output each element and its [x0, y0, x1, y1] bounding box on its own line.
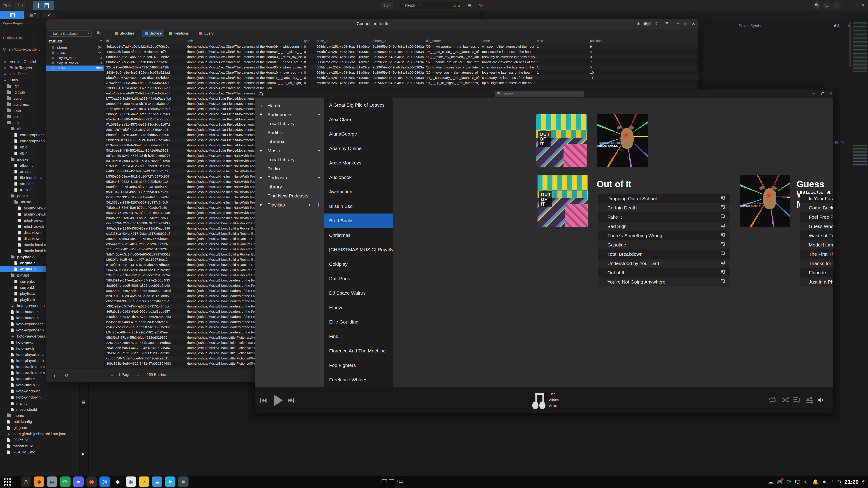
album-cover-out-of-it[interactable]: OUTOFIT: [537, 175, 588, 227]
tree-item-meson-build[interactable]: meson.build: [0, 443, 80, 449]
column-header-file_name[interactable]: file_name: [424, 38, 479, 44]
sidebar-item-library[interactable]: Library: [255, 182, 324, 191]
artist-item-dj-space-walrus[interactable]: DJ Space Walrus: [324, 286, 393, 300]
volume-tray-icon[interactable]: [822, 479, 828, 485]
search-input[interactable]: [495, 91, 584, 97]
tab-query[interactable]: Query: [196, 30, 216, 37]
bluetooth-icon[interactable]: ᛒ: [831, 479, 834, 484]
table-row[interactable]: 0ddf0b1b-c127-4bf7-ab06-7cd74902bed2'/ho…: [104, 54, 699, 59]
inkscape-app-icon[interactable]: ◆: [113, 477, 123, 487]
tab-structure[interactable]: Structure: [112, 30, 136, 37]
playlist-icon[interactable]: [793, 395, 802, 404]
track-item-in-your-face[interactable]: In Your Face: [800, 194, 833, 203]
artist-item-brad-sucks[interactable]: Brad Sucks: [324, 214, 393, 228]
artist-item-florence-and-the-machine[interactable]: Florence And The Machine: [324, 344, 393, 358]
hamburger-menu-icon[interactable]: ☰: [665, 22, 669, 26]
files-app-icon[interactable]: ≡: [178, 477, 188, 487]
tab-relations[interactable]: Relations: [166, 30, 191, 37]
track-item-understood-by-your-dad[interactable]: Understood by Your Dad: [598, 259, 730, 268]
tree-item-com-github-joshstrobl-koto-json[interactable]: ◈com.github.joshstrobl.koto.json: [0, 431, 80, 437]
add-to-playlist-icon[interactable]: [720, 195, 726, 202]
column-header-id[interactable]: id: [104, 38, 184, 44]
shuffle-icon[interactable]: [780, 395, 789, 404]
brightness-icon[interactable]: ☀: [637, 22, 640, 26]
add-to-playlist-icon[interactable]: [720, 204, 726, 211]
layout-toggle-button[interactable]: [33, 1, 54, 10]
table-row[interactable]: 44cb7a5b-ba88-4fa0-be25-cfe2c3e1cff5'/ho…: [104, 49, 699, 54]
track-item-fluoride[interactable]: Fluoride: [800, 268, 833, 277]
sidebar-item-librivox[interactable]: LibriVox: [255, 137, 324, 146]
tree-item--gitignore[interactable]: .gitignore: [0, 425, 80, 431]
track-item-bad-sign[interactable]: Bad Sign: [598, 222, 730, 231]
sidebar-item-local-library[interactable]: Local Library: [255, 155, 324, 164]
tree-item-koto-utils-h[interactable]: koto-utils.h: [0, 382, 80, 388]
tree-item-theme[interactable]: theme: [0, 413, 80, 419]
window-overflow[interactable]: +12: [381, 479, 403, 484]
maximize-button[interactable]: □: [684, 22, 687, 26]
table-row[interactable]: 4ef1ece1-c7ad-4c6d-b322-816bb0706c6c'/ho…: [104, 44, 699, 49]
add-to-playlist-icon[interactable]: [720, 251, 726, 258]
tab-browse[interactable]: Browse: [143, 30, 164, 37]
volume-icon[interactable]: [817, 396, 825, 404]
search-icon[interactable]: 🔍: [96, 31, 101, 35]
sidebar-toggle-button[interactable]: [0, 11, 24, 19]
sidebar-item-find-new-podcasts[interactable]: Find New Podcasts: [255, 191, 324, 200]
koto-titlebar[interactable]: 🔍 − ▢ ✕: [255, 90, 833, 98]
maximize-button[interactable]: □: [852, 3, 858, 7]
sidebar-item-audiobooks[interactable]: ♥Audiobooks▼: [255, 110, 324, 119]
artist-item-alunageorge[interactable]: AlunaGeorge: [324, 127, 393, 141]
add-to-playlist-icon[interactable]: [720, 232, 726, 239]
firefox-app-icon[interactable]: ◉: [86, 477, 97, 487]
power-icon[interactable]: ⏻: [837, 479, 841, 484]
artist-item-elbow[interactable]: Elbow: [324, 300, 393, 315]
database-selector[interactable]: - Select Database - ▾: [48, 30, 92, 37]
cloud-app-icon[interactable]: ☁: [152, 477, 162, 487]
track-item-you-re-not-going-anywhere[interactable]: You're Not Going Anywhere: [598, 277, 730, 287]
telegram-app-icon[interactable]: ➤: [165, 477, 176, 487]
track-item-thanks-for-the-add[interactable]: Thanks for the Add: [800, 259, 833, 268]
table-row[interactable]: 343949b6-fa9e-4ce2-862e-a4cb71a523ad'/ho…: [104, 70, 699, 75]
music-app-icon[interactable]: ♪: [139, 477, 149, 487]
artist-item-audiobook[interactable]: Audiobook: [324, 170, 393, 185]
add-to-playlist-icon[interactable]: [720, 214, 726, 221]
layers-app-icon[interactable]: ▦: [126, 477, 136, 487]
check-button[interactable]: ✓: [41, 12, 57, 18]
code-minimap[interactable]: [852, 22, 867, 72]
search-button[interactable]: 🔍: [813, 1, 821, 9]
refresh-button[interactable]: ⟳: [65, 372, 69, 378]
chevron-down-icon[interactable]: ▼: [318, 149, 320, 153]
robot-app-icon[interactable]: ◆: [34, 477, 44, 487]
artist-item-awolnation[interactable]: Awolnation: [324, 185, 393, 199]
sync-app-icon[interactable]: ⟳: [60, 477, 70, 487]
close-button[interactable]: ✕: [692, 22, 695, 26]
artist-item-alex-clare[interactable]: Alex Clare: [324, 112, 393, 127]
artist-item-foo-fighters[interactable]: Foo Fighters: [324, 358, 393, 372]
table-row[interactable]: 9be0f8bc-6732-4699-9ca0-df3cd162bde0'/ho…: [104, 75, 699, 80]
build-targets-icon[interactable]: ▤: [82, 399, 86, 404]
editor-scrollbar[interactable]: [849, 22, 851, 67]
select-symbol-right[interactable]: Select Symbol...: [739, 24, 767, 28]
run-icon[interactable]: ▶: [82, 451, 85, 456]
add-playlist-icon[interactable]: +: [317, 201, 320, 208]
artist-item-christmas[interactable]: Christmas: [324, 228, 393, 242]
tree-item-readme-md[interactable]: README.md: [0, 449, 80, 455]
night-light-icon[interactable]: ☾: [804, 479, 809, 485]
artist-item--christmas-music-royalty-free-christmas-musi[interactable]: [CHRISTMAS MUSIC] Royalty Free Christmas…: [324, 242, 393, 257]
notification-bell-icon[interactable]: 🔔: [812, 479, 818, 485]
track-item-total-breakdown[interactable]: Total Breakdown: [598, 250, 730, 259]
tree-item-koto-window-c[interactable]: koto-window.c: [0, 388, 80, 394]
build-targets-button[interactable]: ▤: [465, 2, 474, 9]
chevron-down-icon[interactable]: ▼: [318, 176, 320, 180]
add-to-playlist-icon[interactable]: [720, 278, 726, 285]
sidebar-item-radio[interactable]: Radio: [255, 164, 324, 173]
device-selector[interactable]: 🖵▾: [381, 2, 394, 9]
track-item-guess-whos-a-mess[interactable]: Guess Whos a Mess: [800, 222, 833, 231]
track-item-waste-of-tv[interactable]: Waste of TV: [800, 231, 833, 240]
build-button[interactable]: ▤: [25, 12, 40, 18]
next-page-button[interactable]: →: [136, 372, 140, 377]
table-row[interactable]: 086fb42d-2b6c-4d70-8c1b-8db09f3f1d3c'/ho…: [104, 59, 699, 65]
tree-item-copying[interactable]: COPYING: [0, 437, 80, 443]
logout-icon[interactable]: ⎆: [862, 479, 866, 484]
sync-tray-icon[interactable]: ⟳: [786, 479, 791, 485]
table-item-tracks[interactable]: ▦tracks969: [46, 66, 104, 71]
